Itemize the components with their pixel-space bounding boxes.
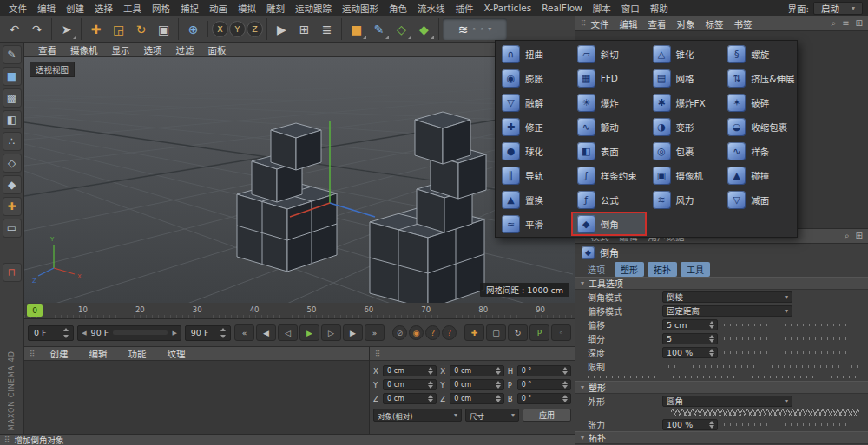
range-right-arrow-icon[interactable]: ▶	[172, 330, 176, 337]
menu-item[interactable]: 帮助	[645, 0, 674, 16]
preview-range-slider[interactable]: ◀ 90 F ▶	[77, 325, 181, 341]
menu-item[interactable]: 流水线	[412, 0, 450, 16]
create-object-button[interactable]: ■	[345, 18, 367, 40]
deformer-menu-item[interactable]: ▲ 碰撞	[721, 163, 797, 187]
timeline-ruler[interactable]: 0 102030405060708090	[24, 303, 575, 319]
tension-slider[interactable]	[724, 423, 861, 426]
deformer-menu-item[interactable]: ◉ 膨胀	[496, 66, 571, 90]
current-frame-field[interactable]: 0 F	[28, 325, 74, 341]
range-track[interactable]	[113, 330, 168, 335]
viewport-menu-item[interactable]: 过滤	[169, 43, 201, 56]
menu-item[interactable]: 工具	[118, 0, 147, 16]
menu-item[interactable]: RealFlow	[536, 0, 588, 16]
subdivision-input[interactable]: 5	[662, 333, 718, 344]
deformer-menu-item[interactable]: ƒ 公式	[571, 187, 647, 212]
spinner-icon[interactable]	[495, 366, 502, 376]
range-left-arrow-icon[interactable]: ◀	[82, 330, 86, 337]
coordinate-mode-select[interactable]: 对象(相对) ▾	[373, 409, 462, 422]
toolbar-button[interactable]: ▣	[153, 18, 174, 40]
toolbar-button[interactable]: ↻	[130, 18, 152, 40]
attribute-tab[interactable]: 塑形	[615, 262, 644, 277]
deformer-menu-item[interactable]: ⇅ 挤压&伸展	[721, 66, 797, 90]
object-menu-item[interactable]: 书签	[729, 17, 758, 30]
menu-item[interactable]: X-Particles	[479, 0, 537, 16]
deformer-menu-item[interactable]: ▽ 减面	[721, 187, 797, 212]
deformer-menu-item[interactable]: ▲ 置换	[496, 187, 571, 212]
deformer-menu-item[interactable]: ✱ 爆炸FX	[647, 90, 722, 115]
render-button[interactable]: ▶	[271, 18, 293, 40]
create-object-button[interactable]: ◇	[391, 18, 412, 40]
record-button[interactable]: ◉	[409, 325, 424, 340]
menu-item[interactable]: 运动跟踪	[290, 0, 337, 16]
current-frame-marker[interactable]: 0	[27, 304, 43, 317]
menu-item[interactable]: 捕捉	[175, 0, 204, 16]
deformer-menu-item[interactable]: ▱ 斜切	[571, 42, 647, 66]
deformer-menu-item[interactable]: ◒ 收缩包裹	[721, 115, 797, 139]
spinner-icon[interactable]	[562, 394, 569, 403]
search-icon[interactable]: ⌕	[832, 18, 837, 29]
transport-button[interactable]: «	[234, 324, 254, 341]
mode-button[interactable]: ∴	[3, 132, 22, 151]
spinner-icon[interactable]	[427, 366, 434, 376]
render-button[interactable]: ≣	[316, 18, 338, 40]
material-menu-item[interactable]: 纹理	[162, 347, 191, 360]
deformer-menu-item[interactable]: ◧ 表面	[571, 139, 647, 163]
mode-button[interactable]: ▩	[3, 88, 22, 108]
create-object-button[interactable]: ✎	[368, 18, 390, 40]
viewport-menu-item[interactable]: 显示	[105, 43, 137, 56]
deformer-menu-item[interactable]: ≈ 平滑	[496, 212, 571, 236]
menu-item[interactable]: 雕刻	[261, 0, 290, 16]
end-frame-field[interactable]: 90 F	[185, 325, 231, 341]
menu-item[interactable]: 文件	[3, 0, 32, 16]
coordinate-input[interactable]: 0 cm	[450, 379, 503, 390]
menu-item[interactable]: 模拟	[233, 0, 261, 16]
axis-lock-button[interactable]: X	[212, 21, 228, 37]
menu-item[interactable]: 动画	[204, 0, 233, 16]
attribute-tab[interactable]: 工具	[681, 262, 710, 277]
mode-button[interactable]: ✎	[3, 45, 22, 64]
transport-button[interactable]: ◁	[278, 324, 298, 341]
deformer-menu-item[interactable]: ▣ 摄像机	[647, 163, 722, 187]
menu-item[interactable]: 网格	[147, 0, 175, 16]
spinner-icon[interactable]	[427, 380, 434, 389]
menu-item[interactable]: 窗口	[616, 0, 645, 16]
spinner-icon[interactable]	[708, 320, 715, 330]
spinner-icon[interactable]	[708, 348, 715, 357]
spinner-icon[interactable]	[220, 327, 227, 339]
limit-control[interactable]	[668, 365, 861, 368]
material-menu-item[interactable]: 编辑	[84, 347, 113, 360]
coordinate-input[interactable]: 0 °	[517, 393, 571, 404]
mode-button[interactable]: ◆	[3, 175, 22, 194]
offset-slider[interactable]	[724, 324, 861, 326]
deformer-menu-item[interactable]: ▤ 网格	[647, 66, 722, 90]
viewport-menu-item[interactable]: 面板	[201, 43, 233, 56]
attribute-tab[interactable]: 选项	[582, 262, 611, 277]
viewport-menu-item[interactable]: 摄像机	[63, 43, 105, 56]
deformer-menu-item[interactable]: △ 锥化	[647, 42, 722, 66]
menu-item[interactable]: 脚本	[588, 0, 616, 16]
spinner-icon[interactable]	[62, 327, 70, 339]
depth-slider[interactable]	[724, 351, 861, 354]
axis-lock-button[interactable]: Y	[229, 21, 246, 37]
coordinate-input[interactable]: 0 cm	[383, 365, 437, 376]
coordinate-input[interactable]: 0 cm	[450, 365, 503, 376]
spinner-icon[interactable]	[495, 394, 502, 403]
mode-button[interactable]: ■	[3, 67, 22, 86]
menu-item[interactable]: 创建	[61, 0, 89, 16]
record-button[interactable]: ?	[425, 325, 440, 340]
size-mode-select[interactable]: 尺寸 ▾	[465, 409, 519, 422]
tension-input[interactable]: 100 %	[662, 419, 718, 430]
coordinate-input[interactable]: 0 cm	[450, 393, 503, 404]
viewport-canvas[interactable]: Y X Z 透视视图 网格间距 : 1000 cm	[24, 57, 575, 303]
deformer-menu-item[interactable]: ◆ 倒角	[571, 212, 647, 236]
profile-preview[interactable]	[671, 409, 859, 416]
interface-select[interactable]: 启动 ▾	[813, 2, 863, 15]
material-menu-item[interactable]: 功能	[123, 347, 152, 360]
menu-item[interactable]: 编辑	[32, 0, 61, 16]
deformer-menu-item[interactable]: § 螺旋	[721, 42, 797, 66]
keyframe-toggle-button[interactable]: ✚	[464, 324, 484, 341]
mode-button[interactable]: ▭	[3, 219, 22, 238]
transport-button[interactable]: ▷	[321, 324, 341, 341]
create-object-button[interactable]: ◆	[413, 18, 435, 40]
snap-button[interactable]: ⊓	[3, 263, 22, 282]
